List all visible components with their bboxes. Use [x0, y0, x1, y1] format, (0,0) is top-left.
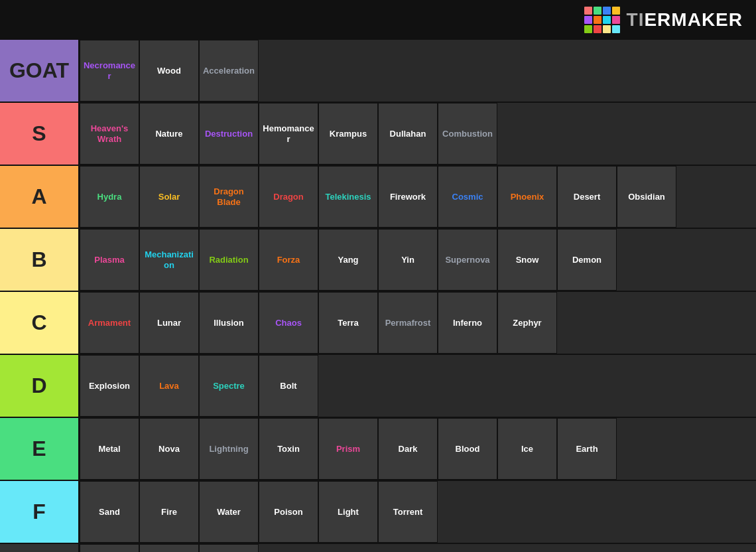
tier-item[interactable]: Supernova: [438, 229, 497, 291]
tier-items-a: HydraSolarDragon BladeDragonTelekinesisF…: [80, 166, 756, 228]
tier-label-goat: GOAT: [0, 40, 80, 102]
tier-items-d: ExplosionLavaSpectreBolt: [80, 355, 756, 417]
tier-item[interactable]: Chaos: [259, 292, 318, 354]
tier-row-unranked: ???Arc of the ElementsSoundWind: [0, 544, 756, 552]
tier-item[interactable]: Phoenix: [497, 166, 557, 228]
tier-items-e: MetalNovaLightningToxinPrismDarkBloodIce…: [80, 418, 756, 480]
tiermaker-logo: TiERMAKER: [584, 7, 743, 33]
tier-label-b: B: [0, 229, 80, 291]
logo-cell: [584, 16, 592, 24]
tier-row-a: AHydraSolarDragon BladeDragonTelekinesis…: [0, 166, 756, 229]
tier-item[interactable]: Zephyr: [497, 292, 557, 354]
tier-item[interactable]: Demon: [557, 229, 617, 291]
tier-item[interactable]: Metal: [80, 418, 139, 480]
tier-item[interactable]: Inferno: [438, 292, 497, 354]
tier-item[interactable]: Desert: [557, 166, 617, 228]
logo-grid: [584, 7, 620, 33]
tier-item[interactable]: Sound: [139, 544, 199, 552]
tier-item[interactable]: Ice: [497, 418, 557, 480]
tier-item[interactable]: Spectre: [199, 355, 259, 417]
tier-item[interactable]: Fire: [139, 481, 199, 543]
tier-item[interactable]: Wood: [139, 40, 199, 102]
tier-row-d: DExplosionLavaSpectreBolt: [0, 355, 756, 418]
tier-row-e: EMetalNovaLightningToxinPrismDarkBloodIc…: [0, 418, 756, 481]
tier-item[interactable]: Hydra: [80, 166, 139, 228]
tier-item[interactable]: Acceleration: [199, 40, 259, 102]
tier-item[interactable]: Lava: [139, 355, 199, 417]
tier-item[interactable]: Radiation: [199, 229, 259, 291]
tier-label-f: F: [0, 481, 80, 543]
logo-cell: [612, 25, 620, 33]
tier-items-c: ArmamentLunarIllusionChaosTerraPermafros…: [80, 292, 756, 354]
tier-item[interactable]: Cosmic: [438, 166, 497, 228]
logo-cell: [603, 7, 611, 15]
tier-item[interactable]: Dark: [378, 418, 438, 480]
tier-item[interactable]: Dullahan: [378, 103, 438, 165]
tier-item[interactable]: Dragon: [259, 166, 318, 228]
tier-item[interactable]: Lunar: [139, 292, 199, 354]
tier-item[interactable]: Toxin: [259, 418, 318, 480]
logo-cell: [584, 7, 592, 15]
tier-items-unranked: Arc of the ElementsSoundWind: [80, 544, 756, 552]
tier-item[interactable]: Light: [318, 481, 378, 543]
logo-cell: [594, 16, 601, 24]
tier-item[interactable]: Nature: [139, 103, 199, 165]
tier-item[interactable]: Terra: [318, 292, 378, 354]
tier-row-f: FSandFireWaterPoisonLightTorrent: [0, 481, 756, 544]
tier-label-c: C: [0, 292, 80, 354]
tier-item[interactable]: Obsidian: [617, 166, 676, 228]
tier-item[interactable]: Telekinesis: [318, 166, 378, 228]
tier-item[interactable]: Sand: [80, 481, 139, 543]
logo-title: TiERMAKER: [627, 9, 743, 31]
tier-item[interactable]: Torrent: [378, 481, 438, 543]
tier-items-goat: NecromancerWoodAcceleration: [80, 40, 756, 102]
tier-item[interactable]: Armament: [80, 292, 139, 354]
tier-item[interactable]: Solar: [139, 166, 199, 228]
tier-item[interactable]: Blood: [438, 418, 497, 480]
logo-cell: [612, 7, 620, 15]
logo-cell: [594, 25, 601, 33]
tier-items-f: SandFireWaterPoisonLightTorrent: [80, 481, 756, 543]
tier-label-d: D: [0, 355, 80, 417]
tier-items-s: Heaven's WrathNatureDestructionHemomance…: [80, 103, 756, 165]
logo-cell: [612, 16, 620, 24]
tier-item[interactable]: Permafrost: [378, 292, 438, 354]
header: TiERMAKER: [0, 0, 756, 40]
tier-label-a: A: [0, 166, 80, 228]
tier-item[interactable]: Arc of the Elements: [80, 544, 139, 552]
tier-label-unranked: ???: [0, 544, 80, 552]
tier-item[interactable]: Poison: [259, 481, 318, 543]
tier-label-e: E: [0, 418, 80, 480]
tier-row-c: CArmamentLunarIllusionChaosTerraPermafro…: [0, 292, 756, 355]
tier-item[interactable]: Plasma: [80, 229, 139, 291]
tier-label-s: S: [0, 103, 80, 165]
tier-item[interactable]: Hemomancer: [259, 103, 318, 165]
tier-item[interactable]: Explosion: [80, 355, 139, 417]
tier-item[interactable]: Prism: [318, 418, 378, 480]
tier-item[interactable]: Heaven's Wrath: [80, 103, 139, 165]
tier-item[interactable]: Firework: [378, 166, 438, 228]
logo-cell: [584, 25, 592, 33]
tier-list: GOATNecromancerWoodAccelerationSHeaven's…: [0, 40, 756, 552]
logo-cell: [594, 7, 601, 15]
tier-item[interactable]: Earth: [557, 418, 617, 480]
tier-item[interactable]: Nova: [139, 418, 199, 480]
tier-item[interactable]: Lightning: [199, 418, 259, 480]
tier-item[interactable]: Yang: [318, 229, 378, 291]
tier-item[interactable]: Necromancer: [80, 40, 139, 102]
tier-item[interactable]: Krampus: [318, 103, 378, 165]
tier-item[interactable]: Snow: [497, 229, 557, 291]
tier-item[interactable]: Destruction: [199, 103, 259, 165]
tier-item[interactable]: Yin: [378, 229, 438, 291]
tier-item[interactable]: Mechanization: [139, 229, 199, 291]
tier-item[interactable]: Water: [199, 481, 259, 543]
tier-item[interactable]: Forza: [259, 229, 318, 291]
tier-row-b: BPlasmaMechanizationRadiationForzaYangYi…: [0, 229, 756, 292]
tier-item[interactable]: Bolt: [259, 355, 318, 417]
tier-row-goat: GOATNecromancerWoodAcceleration: [0, 40, 756, 103]
logo-cell: [603, 25, 611, 33]
tier-item[interactable]: Illusion: [199, 292, 259, 354]
tier-item[interactable]: Combustion: [438, 103, 497, 165]
tier-item[interactable]: Dragon Blade: [199, 166, 259, 228]
tier-item[interactable]: Wind: [199, 544, 259, 552]
